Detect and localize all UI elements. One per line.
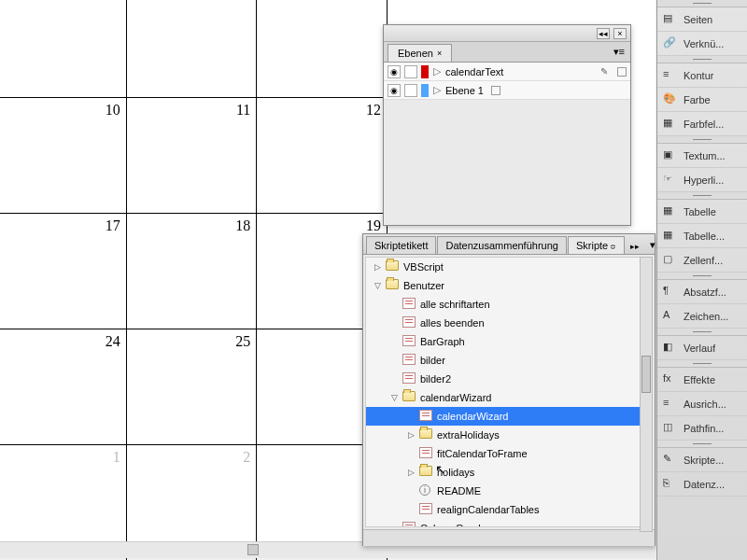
- textwrap-icon: ▣: [663, 148, 678, 163]
- tree-item-label: fitCalendarToFrame: [437, 448, 528, 459]
- layer-name[interactable]: Ebene 1: [445, 85, 484, 96]
- layer-name[interactable]: calendarText: [445, 66, 503, 77]
- disclosure-triangle-icon[interactable]: ▷: [372, 262, 383, 272]
- panel-button-datamerge[interactable]: ⎘Datenz...: [657, 472, 747, 497]
- layer-select-box[interactable]: [491, 86, 500, 95]
- visibility-toggle-icon[interactable]: ◉: [388, 65, 401, 78]
- scrollbar-thumb[interactable]: [247, 544, 259, 555]
- panel-group-handle[interactable]: [657, 329, 747, 336]
- disclosure-triangle-icon[interactable]: ▽: [388, 393, 400, 402]
- visibility-toggle-icon[interactable]: ◉: [388, 84, 401, 97]
- tree-script[interactable]: bilder2: [366, 370, 652, 388]
- calendar-cell[interactable]: 25: [126, 329, 257, 445]
- panel-collapse-button[interactable]: ◂◂: [597, 28, 610, 39]
- panel-button-scripts[interactable]: ✎Skripte...: [657, 448, 747, 472]
- script-icon: [402, 316, 416, 328]
- panel-button-para[interactable]: ¶Absatzf...: [657, 280, 747, 304]
- tab-skripte[interactable]: Skripte≎: [568, 236, 625, 254]
- panel-button-tablestyles[interactable]: ▦Tabelle...: [657, 224, 747, 248]
- script-icon: [402, 372, 416, 384]
- panel-button-cellstyles[interactable]: ▢Zellenf...: [657, 248, 747, 273]
- tree-folder[interactable]: ▷extraHolidays: [366, 426, 652, 444]
- panel-button-links[interactable]: 🔗Verknü...: [657, 32, 747, 56]
- panel-button-table[interactable]: ▦Tabelle: [657, 200, 747, 224]
- panel-collapse-button[interactable]: ▸▸: [626, 239, 644, 254]
- tree-item-label: bilder2: [420, 373, 451, 385]
- panel-group-handle[interactable]: [657, 0, 747, 7]
- scripts-vertical-scrollbar[interactable]: [640, 257, 653, 532]
- calendar-cell[interactable]: 10: [0, 98, 126, 214]
- layer-row[interactable]: ◉▷calendarText✎: [384, 63, 630, 81]
- tree-folder[interactable]: ▷VBScript: [366, 258, 652, 276]
- calendar-cell[interactable]: [0, 0, 126, 98]
- panel-group-handle[interactable]: [657, 441, 747, 448]
- tree-script[interactable]: realignCalendarTables: [366, 500, 652, 519]
- layers-panel: ◂◂ × Ebenen × ▾≡ ◉▷calendarText✎◉▷Ebene …: [383, 24, 631, 226]
- tab-close-icon[interactable]: ×: [437, 49, 442, 58]
- pages-icon: ▤: [663, 12, 678, 27]
- tree-script[interactable]: alles beenden: [366, 314, 652, 332]
- align-icon: ≡: [663, 397, 678, 412]
- calendar-cell[interactable]: [126, 0, 257, 98]
- layers-panel-menu-button[interactable]: ▾≡: [608, 42, 630, 62]
- disclosure-triangle-icon[interactable]: ▽: [372, 281, 383, 290]
- tab-skriptetikett[interactable]: Skriptetikett: [366, 236, 436, 254]
- panel-group-handle[interactable]: [657, 136, 747, 144]
- calendar-cell[interactable]: [257, 0, 388, 98]
- calendar-cell[interactable]: 11: [126, 98, 257, 214]
- panel-button-color[interactable]: 🎨Farbe: [657, 88, 747, 112]
- tree-folder[interactable]: ▽Benutzer: [366, 276, 652, 295]
- calendar-cell[interactable]: 24: [0, 329, 126, 445]
- panel-group-handle[interactable]: [657, 56, 747, 63]
- tab-ebenen[interactable]: Ebenen ×: [388, 44, 452, 62]
- panel-group-handle[interactable]: [657, 273, 747, 280]
- panel-button-swatches[interactable]: ▦Farbfel...: [657, 112, 747, 136]
- scripts-tree[interactable]: ▷VBScript▽Benutzeralle schriftartenalles…: [365, 257, 653, 527]
- tree-folder[interactable]: ▷holidays: [366, 463, 652, 482]
- lock-toggle[interactable]: [404, 84, 417, 97]
- lock-toggle[interactable]: [404, 65, 417, 78]
- panel-button-fx[interactable]: fxEffekte: [657, 368, 747, 392]
- pathfinder-icon: ◫: [663, 421, 678, 436]
- layers-panel-titlebar[interactable]: ◂◂ ×: [384, 25, 630, 42]
- pen-target-icon: ✎: [600, 66, 610, 77]
- layer-expand-icon[interactable]: ▷: [432, 84, 442, 96]
- layer-expand-icon[interactable]: ▷: [432, 65, 442, 77]
- panel-button-hyperlink[interactable]: ☞Hyperli...: [657, 168, 747, 192]
- panel-close-button[interactable]: ×: [613, 28, 627, 39]
- calendar-cell[interactable]: 17: [0, 214, 126, 329]
- tree-readme[interactable]: iREADME: [366, 482, 652, 500]
- tree-script[interactable]: fitCalendarToFrame: [366, 444, 652, 463]
- panel-button-pathfinder[interactable]: ◫Pathfin...: [657, 416, 747, 441]
- script-icon: [419, 503, 432, 514]
- right-panel-dock: ▤Seiten🔗Verknü...≡Kontur🎨Farbe▦Farbfel..…: [656, 0, 747, 560]
- panel-button-textwrap[interactable]: ▣Textum...: [657, 144, 747, 168]
- panel-button-stroke[interactable]: ≡Kontur: [657, 63, 747, 88]
- tree-script[interactable]: BarGraph: [366, 332, 652, 351]
- calendar-cell[interactable]: 18: [126, 214, 257, 329]
- panel-button-pages[interactable]: ▤Seiten: [657, 7, 747, 32]
- panel-button-gradient[interactable]: ◧Verlauf: [657, 336, 747, 360]
- layer-row[interactable]: ◉▷Ebene 1: [384, 81, 630, 100]
- script-icon: [402, 522, 416, 527]
- panel-group-handle[interactable]: [657, 360, 747, 368]
- scrollbar-thumb[interactable]: [641, 356, 651, 393]
- cellstyles-icon: ▢: [663, 253, 678, 268]
- tree-item-label: calendarWizard: [420, 392, 491, 403]
- panel-group-handle[interactable]: [657, 192, 747, 200]
- calendar-cell[interactable]: 12: [257, 98, 388, 214]
- tab-datenzusammenfuehrung[interactable]: Datenzusammenführung: [437, 236, 566, 254]
- tree-item-label: VBScript: [403, 261, 444, 273]
- panel-button-char[interactable]: AZeichen...: [657, 304, 747, 329]
- disclosure-triangle-icon[interactable]: ▷: [405, 430, 416, 440]
- tree-script[interactable]: calendarWizard: [366, 407, 652, 426]
- tree-script[interactable]: ColumnGraph: [366, 519, 652, 527]
- panel-button-label: Tabelle: [684, 206, 716, 217]
- tree-script[interactable]: bilder: [366, 351, 652, 370]
- disclosure-triangle-icon[interactable]: ▷: [405, 468, 416, 477]
- script-icon: [419, 410, 432, 421]
- panel-button-align[interactable]: ≡Ausrich...: [657, 392, 747, 416]
- tree-script[interactable]: alle schriftarten: [366, 295, 652, 314]
- tree-folder[interactable]: ▽calendarWizard: [366, 388, 652, 407]
- layer-select-box[interactable]: [617, 67, 627, 77]
